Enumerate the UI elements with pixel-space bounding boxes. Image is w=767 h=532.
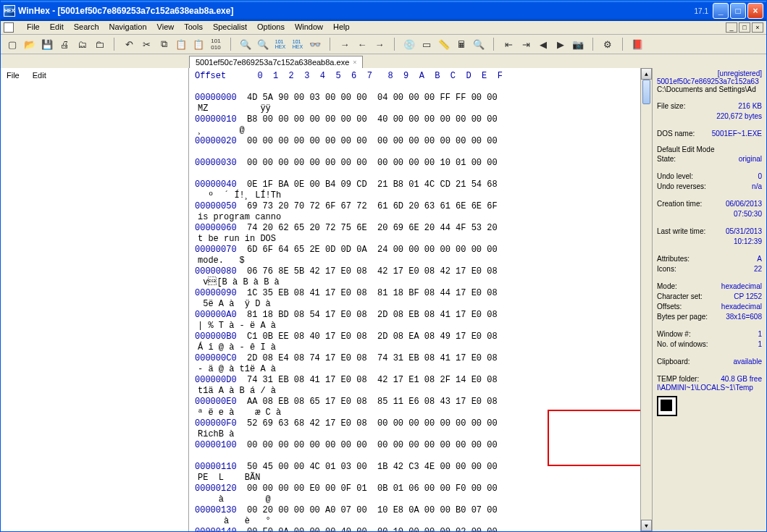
maximize-button[interactable]: □	[730, 3, 746, 19]
hex-row[interactable]: 00000010B8 00 00 00 00 00 00 00 40 00 00…	[195, 114, 646, 136]
menu-options[interactable]: Options	[257, 22, 285, 33]
forward-icon[interactable]: →	[372, 37, 387, 51]
undo-icon[interactable]: ↶	[122, 37, 136, 51]
hex-row[interactable]: 000000C02D 08 E4 08 74 17 E0 08 74 31 EB…	[195, 353, 646, 375]
hex-row[interactable]: 0000005069 73 20 70 72 6F 67 72 61 6D 20…	[195, 201, 646, 223]
mdi-restore-button[interactable]: □	[739, 22, 750, 33]
hex-row[interactable]: 000000A081 18 BD 08 54 17 E0 08 2D 08 EB…	[195, 310, 646, 332]
camera-icon[interactable]: 📷	[571, 37, 585, 51]
hex-cell[interactable]: 00 F0 0A 00 00 00 40 00 00 10 00 00 00 0…	[247, 527, 553, 531]
scroll-down-icon[interactable]: ▼	[641, 520, 652, 531]
minimize-button[interactable]: _	[713, 3, 729, 19]
hex-cell[interactable]: 0E 1F BA 0E 00 B4 09 CD 21 B8 01 4C CD 2…	[247, 180, 553, 190]
hex-row[interactable]: 0000002000 00 00 00 00 00 00 00 00 00 00…	[195, 136, 646, 158]
menu-view[interactable]: View	[157, 22, 175, 33]
write-icon[interactable]: 101010	[209, 37, 223, 51]
hex-row[interactable]: 000000901C 35 EB 08 41 17 E0 08 81 18 BF…	[195, 288, 646, 310]
clipboard-icon[interactable]: 📋	[174, 37, 188, 51]
hex-cell[interactable]: 81 18 BD 08 54 17 E0 08 2D 08 EB 08 41 1…	[247, 310, 553, 321]
vertical-scrollbar[interactable]: ▲ ▼	[640, 68, 652, 531]
hex-row[interactable]: 0000006074 20 62 65 20 72 75 6E 20 69 6E…	[195, 223, 646, 245]
ascii-cell[interactable]: is program canno	[195, 212, 322, 223]
menu-navigation[interactable]: Navigation	[109, 22, 147, 33]
ascii-cell[interactable]: RichB à	[195, 429, 322, 440]
disk-icon[interactable]: 💿	[402, 37, 416, 51]
folder-icon[interactable]: 🗀	[92, 37, 106, 51]
cut-icon[interactable]: ✂	[139, 37, 154, 51]
hex-row[interactable]: 000000E0AA 08 EB 08 65 17 E0 08 85 11 E6…	[195, 397, 646, 418]
calc-icon[interactable]: 🖩	[454, 37, 469, 51]
ruler-icon[interactable]: 📏	[437, 37, 451, 51]
hex-row[interactable]: 0000013000 20 00 00 00 A0 07 00 10 E8 0A…	[195, 505, 646, 527]
menu-search[interactable]: Search	[74, 22, 99, 33]
ascii-cell[interactable]: à @	[195, 494, 322, 505]
mdi-minimize-button[interactable]: _	[726, 22, 737, 33]
menu-window[interactable]: Window	[295, 22, 323, 33]
pos1-icon[interactable]: ⇤	[501, 37, 516, 51]
hex-row[interactable]: 0000012000 00 00 00 E0 00 0F 01 0B 01 06…	[195, 484, 646, 505]
unregistered-label[interactable]: [unregistered]	[657, 69, 762, 77]
hex-cell[interactable]: 00 00 00 00 00 00 00 00 00 00 00 00 10 0…	[247, 158, 553, 169]
settings-icon[interactable]: ⚙	[600, 37, 615, 51]
binoculars-icon[interactable]: 👓	[308, 37, 322, 51]
ascii-cell[interactable]: à è °	[195, 516, 322, 527]
ascii-cell[interactable]: t be run in DOS	[195, 234, 322, 245]
hex-cell[interactable]: 6D 6F 64 65 2E 0D 0D 0A 24 00 00 00 00 0…	[247, 245, 553, 256]
hex-row[interactable]: 0000010000 00 00 00 00 00 00 00 00 00 00…	[195, 440, 646, 462]
scroll-up-icon[interactable]: ▲	[641, 68, 652, 80]
close-button[interactable]: ×	[747, 3, 763, 19]
find-text-icon[interactable]: 🔍	[256, 37, 270, 51]
open-icon[interactable]: 📂	[22, 37, 37, 51]
mdi-close-button[interactable]: ×	[752, 22, 763, 33]
hex-cell[interactable]: 52 69 63 68 42 17 E0 08 00 00 00 00 00 0…	[247, 418, 553, 429]
hex-row[interactable]: 000000400E 1F BA 0E 00 B4 09 CD 21 B8 01…	[195, 180, 646, 201]
left-menu-file[interactable]: File	[7, 71, 20, 528]
hex-row[interactable]: 000000F052 69 63 68 42 17 E0 08 00 00 00…	[195, 418, 646, 440]
find-hex-icon[interactable]: 🔍	[238, 37, 253, 51]
hex-cell[interactable]: 69 73 20 70 72 6F 67 72 61 6D 20 63 61 6…	[247, 201, 553, 212]
tab-close-icon[interactable]: ×	[353, 59, 360, 66]
replace-text-icon[interactable]: 101HEX	[290, 37, 305, 51]
ascii-cell[interactable]: MZ ÿÿ	[195, 104, 322, 114]
ascii-cell[interactable]: mode. $	[195, 256, 322, 266]
menu-edit[interactable]: Edit	[50, 22, 64, 33]
ascii-cell[interactable]: ª ë e à æ C à	[195, 408, 322, 418]
goto-icon[interactable]: →	[338, 37, 352, 51]
hex-cell[interactable]: 00 00 00 00 E0 00 0F 01 0B 01 06 00 00 F…	[247, 484, 553, 494]
hex-cell[interactable]: 74 20 62 65 20 72 75 6E 20 69 6E 20 44 4…	[247, 223, 553, 234]
ascii-cell[interactable]: ¸ @	[195, 125, 322, 136]
hex-row[interactable]: 000000D074 31 EB 08 41 17 E0 08 42 17 E1…	[195, 375, 646, 397]
menu-specialist[interactable]: Specialist	[213, 22, 247, 33]
ascii-cell[interactable]: Á î @ à - ê I à	[195, 342, 322, 353]
file-tab[interactable]: 5001ef50c7e869253a7c152a638eab8a.exe ×	[189, 56, 363, 68]
ascii-cell[interactable]: - ä @ à t1ë A à	[195, 364, 322, 375]
hex-row[interactable]: 000000B0C1 0B EE 08 40 17 E0 08 2D 08 EA…	[195, 332, 646, 353]
menu-tools[interactable]: Tools	[184, 22, 203, 33]
back-icon[interactable]: ←	[355, 37, 369, 51]
hex-cell[interactable]: 2D 08 E4 08 74 17 E0 08 74 31 EB 08 41 1…	[247, 353, 553, 364]
ascii-cell[interactable]: t1ä A à B á / à	[195, 386, 322, 397]
hex-cell[interactable]: C1 0B EE 08 40 17 E0 08 2D 08 EA 08 49 1…	[247, 332, 553, 342]
ascii-cell[interactable]: | % T à - ë A à	[195, 321, 322, 332]
ascii-cell[interactable]	[195, 451, 322, 462]
hex-cell[interactable]: 00 00 00 00 00 00 00 00 00 00 00 00 00 0…	[247, 440, 553, 451]
save-icon[interactable]: 💾	[40, 37, 54, 51]
titlebar[interactable]: HEX WinHex - [5001ef50c7e869253a7c152a63…	[1, 1, 766, 21]
hex-row[interactable]: 0000008006 76 8E 5B 42 17 E0 08 42 17 E0…	[195, 266, 646, 288]
pos2-icon[interactable]: ⇥	[519, 37, 533, 51]
hex-row[interactable]: 000000004D 5A 90 00 03 00 00 00 04 00 00…	[195, 93, 646, 114]
menu-help[interactable]: Help	[333, 22, 350, 33]
zoom-icon[interactable]: 🔍	[471, 37, 486, 51]
hex-cell[interactable]: B8 00 00 00 00 00 00 00 40 00 00 00 00 0…	[247, 114, 553, 125]
hex-pane[interactable]: Offset 0 1 2 3 4 5 6 7 8 9 A B C D E F 0…	[189, 68, 652, 531]
menu-file[interactable]: File	[27, 22, 40, 33]
hex-row[interactable]: 0000003000 00 00 00 00 00 00 00 00 00 00…	[195, 158, 646, 180]
copy-icon[interactable]: ⧉	[156, 37, 171, 51]
help-icon[interactable]: 📕	[630, 37, 645, 51]
prev-icon[interactable]: ◀	[536, 37, 550, 51]
hex-row[interactable]: 0000014000 F0 0A 00 00 00 40 00 00 10 00…	[195, 527, 646, 531]
hex-cell[interactable]: 1C 35 EB 08 41 17 E0 08 81 18 BF 08 44 1…	[247, 288, 553, 299]
ascii-cell[interactable]: º ´ Í!¸ LÍ!Th	[195, 190, 322, 201]
ascii-cell[interactable]: 5ë A à ÿ D à	[195, 299, 322, 310]
new-icon[interactable]: ▢	[5, 37, 20, 51]
